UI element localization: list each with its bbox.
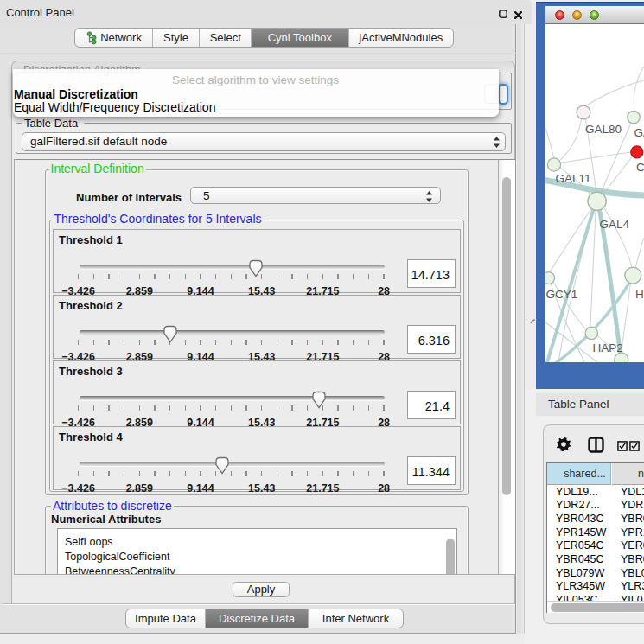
svg-text:H: H [635,288,644,301]
svg-text:GAL4: GAL4 [600,218,630,231]
svg-text:GA: GA [634,126,644,139]
svg-text:GCY1: GCY1 [546,288,578,301]
svg-text:GAL80: GAL80 [585,123,622,136]
svg-text:CY: CY [636,161,644,174]
svg-text:GAL11: GAL11 [556,172,591,185]
svg-text:HAP2: HAP2 [593,341,623,354]
